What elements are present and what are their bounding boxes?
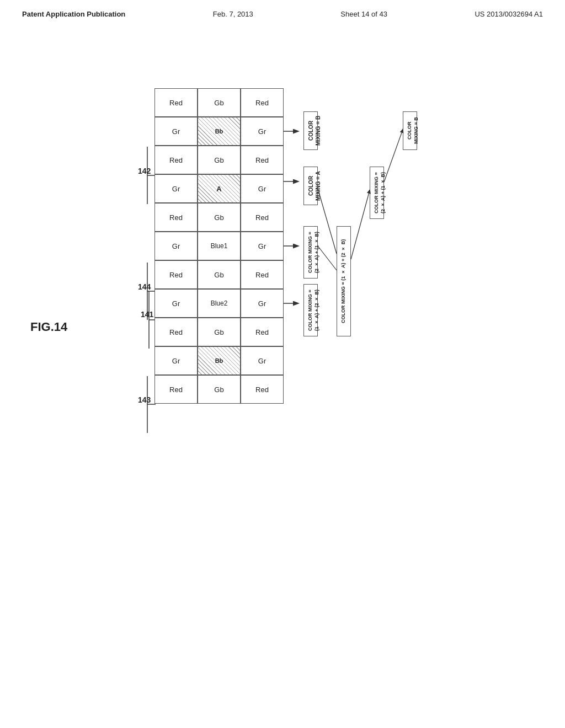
svg-line-13 — [318, 246, 337, 270]
grid-row-2: Red Gb Red — [154, 146, 284, 174]
svg-line-15 — [384, 130, 403, 182]
annotation-color-mixing-b: COLOR MIXING = B — [303, 111, 318, 150]
grid-row-8: Red Gb Red — [154, 318, 284, 346]
annotation-color-mixing-1a2b: COLOR MIXING = (1 × A) + (2 × B) — [303, 284, 318, 336]
header-patent: US 2013/0032694 A1 — [475, 10, 543, 18]
cell-8-2: Red — [241, 318, 284, 346]
svg-line-14 — [351, 190, 370, 259]
cell-2-2: Red — [241, 146, 284, 174]
grid-row-9: Gr Bb Gr — [154, 346, 284, 375]
annotation-formula-2a1b-large: COLOR MIXING = (2 × A) + (1 × B) — [370, 167, 384, 219]
grid-row-6: Red Gb Red — [154, 260, 284, 289]
cell-7-0: Gr — [154, 289, 198, 318]
grid-row-4: Red Gb Red — [154, 203, 284, 232]
cell-1-2: Gr — [241, 117, 284, 146]
pixel-grid: Red Gb Red Gr Bb Gr Red Gb Red Gr A Gr R… — [154, 88, 284, 404]
cell-8-0: Red — [154, 318, 198, 346]
cell-0-1: Gb — [198, 88, 241, 117]
cell-0-2: Red — [241, 88, 284, 117]
cell-3-1-hatched: A — [198, 174, 241, 203]
cell-1-1-hatched: Bb — [198, 117, 241, 146]
cell-3-2: Gr — [241, 174, 284, 203]
label-143: 143 — [138, 395, 151, 404]
cell-3-0: Gr — [154, 174, 198, 203]
grid-row-0: Red Gb Red — [154, 88, 284, 117]
grid-row-7: Gr Blue2 Gr — [154, 289, 284, 318]
grid-row-5: Gr Blue1 Gr — [154, 232, 284, 260]
cell-0-0: Red — [154, 88, 198, 117]
cell-5-2: Gr — [241, 232, 284, 260]
cell-7-1: Blue2 — [198, 289, 241, 318]
header-sheet: Sheet 14 of 43 — [340, 10, 387, 18]
cell-1-0: Gr — [154, 117, 198, 146]
cell-4-2: Red — [241, 203, 284, 232]
diagram: 141 142 143 144 — [110, 72, 497, 689]
cell-9-1-hatched: Bb — [198, 346, 241, 375]
cell-9-0: Gr — [154, 346, 198, 375]
cell-10-0: Red — [154, 375, 198, 404]
label-142: 142 — [138, 167, 151, 175]
cell-2-1: Gb — [198, 146, 241, 174]
cell-6-2: Red — [241, 260, 284, 289]
grid-row-10: Red Gb Red — [154, 375, 284, 404]
cell-4-0: Red — [154, 203, 198, 232]
cell-6-1: Gb — [198, 260, 241, 289]
cell-7-2: Gr — [241, 289, 284, 318]
label-141: 141 — [141, 310, 154, 319]
grid-row-1: Gr Bb Gr — [154, 117, 284, 146]
page-header: Patent Application Publication Feb. 7, 2… — [0, 0, 565, 18]
cell-10-1: Gb — [198, 375, 241, 404]
cell-10-2: Red — [241, 375, 284, 404]
annotation-formula-1a2b-large: COLOR MIXING = (1 × A) + (2 × B) — [337, 226, 351, 336]
cell-5-1: Blue1 — [198, 232, 241, 260]
header-date: Feb. 7, 2013 — [213, 10, 253, 18]
cell-5-0: Gr — [154, 232, 198, 260]
header-left: Patent Application Publication — [22, 10, 125, 18]
annotation-formula-b-large: COLOR MIXING = B — [403, 111, 417, 150]
cell-8-1: Gb — [198, 318, 241, 346]
annotation-color-mixing-a: COLOR MIXING = A — [303, 167, 318, 205]
cell-4-1: Gb — [198, 203, 241, 232]
annotation-color-mixing-2a1b: COLOR MIXING = (2 × A) + (1 × B) — [303, 226, 318, 279]
cell-9-2: Gr — [241, 346, 284, 375]
grid-row-3: Gr A Gr — [154, 174, 284, 203]
cell-6-0: Red — [154, 260, 198, 289]
label-144: 144 — [138, 282, 151, 291]
figure-label: FIG.14 — [30, 320, 67, 334]
cell-2-0: Red — [154, 146, 198, 174]
